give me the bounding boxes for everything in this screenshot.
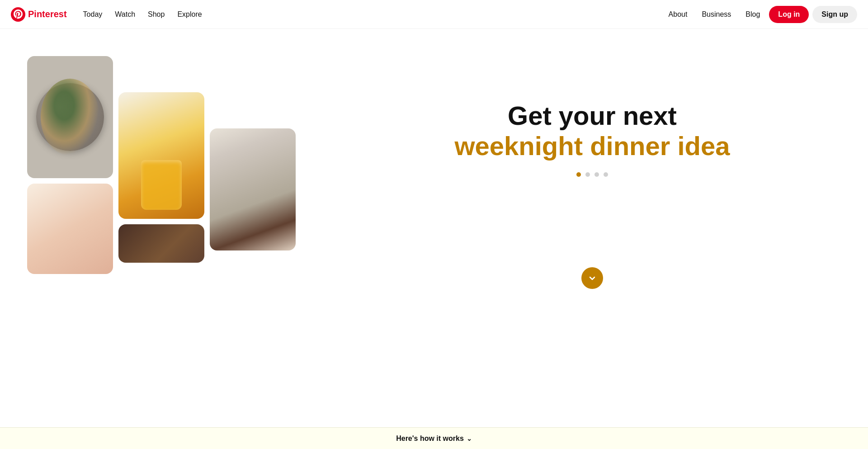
navbar: Pinterest Today Watch Shop Explore About… <box>0 0 868 29</box>
nav-business[interactable]: Business <box>696 7 736 22</box>
nav-today[interactable]: Today <box>78 7 108 22</box>
nav-explore[interactable]: Explore <box>172 7 207 22</box>
navbar-left: Pinterest Today Watch Shop Explore <box>11 7 208 22</box>
dot-4[interactable] <box>604 172 608 177</box>
image-collage <box>27 56 326 274</box>
collage-col-1 <box>27 56 113 274</box>
nav-shop[interactable]: Shop <box>142 7 170 22</box>
login-button[interactable]: Log in <box>769 6 809 23</box>
collage-col-3 <box>210 128 296 250</box>
chevron-down-icon <box>588 274 597 283</box>
brand-name: Pinterest <box>28 9 67 19</box>
dot-1[interactable] <box>576 172 581 177</box>
signup-button[interactable]: Sign up <box>812 6 857 23</box>
dot-2[interactable] <box>585 172 590 177</box>
carousel-dots <box>576 172 608 177</box>
hero-section: Get your next weeknight dinner idea <box>0 29 868 345</box>
nav-about[interactable]: About <box>663 7 693 22</box>
pin-bowl <box>210 128 296 250</box>
dot-3[interactable] <box>594 172 599 177</box>
pin-drinks <box>27 184 113 274</box>
pinterest-logo-icon <box>11 7 25 22</box>
nav-watch[interactable]: Watch <box>109 7 141 22</box>
hero-title-line1: Get your next <box>508 101 677 130</box>
pin-cutting <box>118 224 204 263</box>
collage-col-2 <box>118 92 204 263</box>
scroll-down-button[interactable] <box>581 267 603 289</box>
pin-juice <box>118 92 204 219</box>
nav-links-left: Today Watch Shop Explore <box>78 7 208 22</box>
logo-link[interactable]: Pinterest <box>11 7 67 22</box>
nav-blog[interactable]: Blog <box>740 7 765 22</box>
navbar-right: About Business Blog Log in Sign up <box>663 6 857 23</box>
pin-salad <box>27 56 113 178</box>
hero-title-line2: weeknight dinner idea <box>454 130 730 162</box>
hero-text: Get your next weeknight dinner idea <box>326 56 841 289</box>
